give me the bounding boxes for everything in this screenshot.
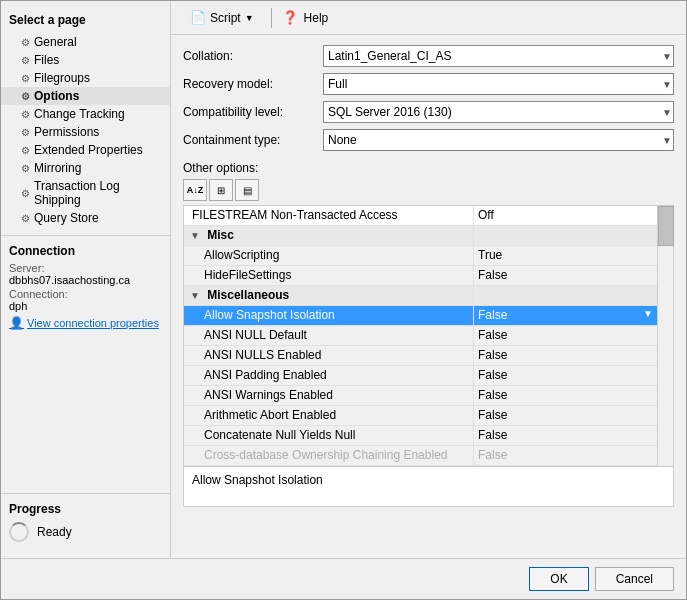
cross-db-value: False — [474, 446, 657, 465]
pages-button[interactable]: ▤ — [235, 179, 259, 201]
general-icon: ⚙ — [21, 37, 30, 48]
ansi-nulls-enabled-name: ANSI NULLS Enabled — [184, 346, 474, 365]
recovery-row: Recovery model: Full ▼ — [183, 73, 674, 95]
sidebar-title: Select a page — [1, 9, 170, 33]
prop-grid: FILESTREAM Non-Transacted Access Off ▼ M… — [184, 206, 657, 466]
recovery-control: Full ▼ — [323, 73, 674, 95]
arithmetic-abort-row[interactable]: Arithmetic Abort Enabled False — [184, 406, 657, 426]
script-button[interactable]: 📄 Script ▼ — [183, 7, 261, 28]
filestream-value: Off — [474, 206, 657, 225]
miscellaneous-section-header[interactable]: ▼ Miscellaneous — [184, 286, 657, 306]
connection-label: Connection: — [9, 288, 162, 300]
concat-null-name: Concatenate Null Yields Null — [184, 426, 474, 445]
scrollbar-thumb[interactable] — [658, 206, 674, 246]
prop-grid-container: FILESTREAM Non-Transacted Access Off ▼ M… — [183, 205, 674, 467]
sidebar-item-label: Permissions — [34, 125, 99, 139]
ansi-warnings-row[interactable]: ANSI Warnings Enabled False — [184, 386, 657, 406]
extended-props-icon: ⚙ — [21, 145, 30, 156]
collation-label: Collation: — [183, 49, 323, 63]
toolbar-separator — [271, 8, 272, 28]
pages-icon: ▤ — [243, 185, 252, 196]
scrollbar-track[interactable] — [657, 206, 673, 466]
recovery-label: Recovery model: — [183, 77, 323, 91]
connection-section: Connection Server: dbbhs07.isaachosting.… — [1, 235, 170, 338]
allow-snapshot-value: False ▼ — [474, 306, 657, 325]
collation-row: Collation: Latin1_General_CI_AS ▼ — [183, 45, 674, 67]
main-content: 📄 Script ▼ ❓ Help Collation: Latin1_Gene… — [171, 1, 686, 558]
misc-header-name: ▼ Misc — [184, 226, 474, 245]
concat-null-value: False — [474, 426, 657, 445]
sidebar-item-filegroups[interactable]: ⚙ Filegroups — [1, 69, 170, 87]
compat-label: Compatibility level: — [183, 105, 323, 119]
sidebar-item-change-tracking[interactable]: ⚙ Change Tracking — [1, 105, 170, 123]
sidebar-item-label: Files — [34, 53, 59, 67]
ansi-nulls-enabled-value: False — [474, 346, 657, 365]
filestream-name: FILESTREAM Non-Transacted Access — [184, 206, 474, 225]
filestream-row: FILESTREAM Non-Transacted Access Off — [184, 206, 657, 226]
sort-az-button[interactable]: A↓Z — [183, 179, 207, 201]
sidebar-item-label: Options — [34, 89, 79, 103]
cross-db-name: Cross-database Ownership Chaining Enable… — [184, 446, 474, 465]
change-tracking-icon: ⚙ — [21, 109, 30, 120]
sidebar-item-log-shipping[interactable]: ⚙ Transaction Log Shipping — [1, 177, 170, 209]
progress-title: Progress — [9, 502, 162, 516]
files-icon: ⚙ — [21, 55, 30, 66]
sidebar-item-permissions[interactable]: ⚙ Permissions — [1, 123, 170, 141]
progress-status: Ready — [37, 525, 72, 539]
sidebar-item-label: Transaction Log Shipping — [34, 179, 162, 207]
sidebar-item-label: Query Store — [34, 211, 99, 225]
form-area: Collation: Latin1_General_CI_AS ▼ Recove… — [171, 35, 686, 517]
options-toolbar: A↓Z ⊞ ▤ — [183, 179, 674, 201]
script-icon: 📄 — [190, 10, 206, 25]
sidebar-item-label: Mirroring — [34, 161, 81, 175]
ansi-warnings-name: ANSI Warnings Enabled — [184, 386, 474, 405]
contain-row: Containment type: None ▼ — [183, 129, 674, 151]
concat-null-row[interactable]: Concatenate Null Yields Null False — [184, 426, 657, 446]
view-connection-properties-link[interactable]: 👤 View connection properties — [9, 316, 162, 330]
sidebar-item-files[interactable]: ⚙ Files — [1, 51, 170, 69]
sidebar: Select a page ⚙ General ⚙ Files ⚙ Filegr… — [1, 1, 171, 558]
cancel-button[interactable]: Cancel — [595, 567, 674, 591]
sidebar-item-mirroring[interactable]: ⚙ Mirroring — [1, 159, 170, 177]
sidebar-item-options[interactable]: ⚙ Options — [1, 87, 170, 105]
contain-select[interactable]: None — [323, 129, 674, 151]
ok-button[interactable]: OK — [529, 567, 588, 591]
compat-select[interactable]: SQL Server 2016 (130) — [323, 101, 674, 123]
sort-az-icon: A↓Z — [187, 185, 204, 195]
ansi-null-default-row[interactable]: ANSI NULL Default False — [184, 326, 657, 346]
allow-snapshot-row[interactable]: Allow Snapshot Isolation False ▼ — [184, 306, 657, 326]
contain-label: Containment type: — [183, 133, 323, 147]
allow-scripting-row: AllowScripting True — [184, 246, 657, 266]
categorized-button[interactable]: ⊞ — [209, 179, 233, 201]
sidebar-item-label: General — [34, 35, 77, 49]
collation-control: Latin1_General_CI_AS ▼ — [323, 45, 674, 67]
ansi-nulls-enabled-row[interactable]: ANSI NULLS Enabled False — [184, 346, 657, 366]
hide-file-settings-row: HideFileSettings False — [184, 266, 657, 286]
sidebar-item-general[interactable]: ⚙ General — [1, 33, 170, 51]
help-icon: ❓ — [282, 10, 298, 25]
mirroring-icon: ⚙ — [21, 163, 30, 174]
sidebar-item-query-store[interactable]: ⚙ Query Store — [1, 209, 170, 227]
dialog-footer: OK Cancel — [1, 558, 686, 599]
connection-title: Connection — [9, 244, 162, 258]
sidebar-item-label: Extended Properties — [34, 143, 143, 157]
ansi-null-default-name: ANSI NULL Default — [184, 326, 474, 345]
misc-expand-icon: ▼ — [190, 230, 200, 241]
dialog: Select a page ⚙ General ⚙ Files ⚙ Filegr… — [0, 0, 687, 600]
hide-file-settings-name: HideFileSettings — [184, 266, 474, 285]
ansi-padding-row[interactable]: ANSI Padding Enabled False — [184, 366, 657, 386]
filegroups-icon: ⚙ — [21, 73, 30, 84]
compat-control: SQL Server 2016 (130) ▼ — [323, 101, 674, 123]
connection-value: dph — [9, 300, 162, 312]
query-store-icon: ⚙ — [21, 213, 30, 224]
sidebar-item-label: Change Tracking — [34, 107, 125, 121]
recovery-select[interactable]: Full — [323, 73, 674, 95]
misc-section-header[interactable]: ▼ Misc — [184, 226, 657, 246]
arithmetic-abort-value: False — [474, 406, 657, 425]
ansi-warnings-value: False — [474, 386, 657, 405]
user-icon: 👤 — [9, 316, 24, 330]
collation-select[interactable]: Latin1_General_CI_AS — [323, 45, 674, 67]
options-icon: ⚙ — [21, 91, 30, 102]
sidebar-item-extended-properties[interactable]: ⚙ Extended Properties — [1, 141, 170, 159]
miscellaneous-expand-icon: ▼ — [190, 290, 200, 301]
